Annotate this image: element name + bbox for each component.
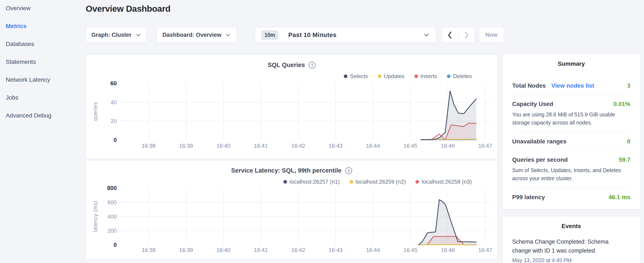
chevron-down-icon <box>136 34 141 37</box>
x-axis-tick: 16:38 <box>134 143 164 149</box>
summary-row-label: P99 latency <box>512 194 545 201</box>
x-axis-tick: 16:38 <box>134 247 164 253</box>
time-window-badge: 10m <box>262 30 278 40</box>
sql-queries-chart-card: SQL Queries i SelectsUpdatesInsertsDelet… <box>86 55 498 159</box>
summary-title: Summary <box>502 54 640 67</box>
series-area-selects <box>421 91 476 140</box>
dashboard-dropdown[interactable]: Dashboard: Overview <box>157 27 236 43</box>
summary-row-head: P99 latency46.1 ms <box>512 194 630 201</box>
summary-panel: Summary Total NodesView nodes list3Capac… <box>502 54 640 209</box>
y-axis-label: queries <box>92 80 98 143</box>
summary-row-queries-per-second: Queries per second59.7Sum of Selects, Up… <box>512 151 630 188</box>
dashboard-dropdown-label: Dashboard: Overview <box>162 32 222 38</box>
chevron-down-icon <box>226 34 231 37</box>
summary-row-value: 0 <box>627 138 630 145</box>
x-axis-tick: 16:39 <box>171 143 201 149</box>
cockroachdb-metrics-page: OverviewMetricsDatabasesStatementsNetwor… <box>0 0 644 263</box>
sidebar-item-statements[interactable]: Statements <box>6 59 78 65</box>
x-axis-tick: 16:47 <box>470 143 500 149</box>
summary-row-label: Queries per second <box>512 156 568 163</box>
sql-queries-plot[interactable] <box>120 83 492 140</box>
page-title: Overview Dashboard <box>86 4 170 14</box>
summary-row-p99-latency: P99 latency46.1 ms <box>512 188 630 206</box>
chevron-left-icon <box>447 31 453 39</box>
summary-row-value: 46.1 ms <box>608 194 630 201</box>
summary-row-description: Sum of Selects, Updates, Inserts, and De… <box>512 166 628 182</box>
summary-row-value: 59.7 <box>619 156 630 163</box>
events-panel: Events Schema Change Completed: Schema c… <box>502 216 640 263</box>
x-axis-tick: 16:40 <box>208 143 238 149</box>
x-axis-tick: 16:41 <box>246 143 276 149</box>
time-window-selector[interactable]: 10m Past 10 Minutes <box>255 27 436 43</box>
summary-row-head: Total NodesView nodes list3 <box>512 82 630 89</box>
x-axis-tick: 16:44 <box>358 247 388 253</box>
events-title: Events <box>502 216 640 229</box>
x-axis-tick: 16:45 <box>396 247 425 253</box>
x-axis-tick: 16:47 <box>470 247 500 253</box>
time-back-button[interactable] <box>442 28 458 43</box>
summary-row-label: Unavailable ranges <box>512 138 566 145</box>
now-button[interactable]: Now <box>479 27 504 43</box>
service-latency-plot[interactable] <box>120 188 492 245</box>
chevron-right-icon <box>464 31 470 39</box>
x-axis-tick: 16:43 <box>321 247 350 253</box>
x-axis-tick: 16:42 <box>284 247 313 253</box>
summary-row-label: Capacity Used <box>512 101 553 107</box>
time-forward-button[interactable] <box>458 28 475 43</box>
x-axis-tick: 16:45 <box>396 143 425 149</box>
chart-plot-area: 020406016:3816:3916:4016:4116:4216:4316:… <box>86 55 497 158</box>
summary-row-description: You are using 28.6 MiB of 515.9 GiB usab… <box>512 110 628 127</box>
x-axis-tick: 16:40 <box>208 247 238 253</box>
summary-row-unavailable-ranges: Unavailable ranges0 <box>512 132 630 151</box>
service-latency-chart-card: Service Latency: SQL, 99th percentile i … <box>86 160 498 259</box>
controls-divider <box>246 27 246 43</box>
sidebar-nav: OverviewMetricsDatabasesStatementsNetwor… <box>6 5 78 119</box>
summary-row-head: Capacity Used0.01% <box>512 101 630 107</box>
sidebar-item-overview[interactable]: Overview <box>6 5 78 12</box>
view-nodes-link[interactable]: View nodes list <box>551 82 594 89</box>
summary-row-capacity-used: Capacity Used0.01%You are using 28.6 MiB… <box>512 95 630 132</box>
series-area-localhost-26257-n1 <box>419 200 476 245</box>
summary-row-head: Queries per second59.7 <box>512 156 630 163</box>
event-item: Schema Change Completed: Schema change w… <box>502 229 640 263</box>
summary-row-total-nodes: Total NodesView nodes list3 <box>512 77 630 95</box>
chevron-down-icon <box>424 33 429 37</box>
x-axis-tick: 16:41 <box>246 247 276 253</box>
time-window-label: Past 10 Minutes <box>288 32 420 39</box>
summary-row-value: 0.01% <box>614 101 630 107</box>
x-axis-tick: 16:42 <box>284 143 313 149</box>
x-axis-tick: 16:46 <box>433 143 463 149</box>
x-axis-tick: 16:46 <box>433 247 463 253</box>
y-axis-label: latency (ms) <box>92 184 98 248</box>
sidebar-item-advanced-debug[interactable]: Advanced Debug <box>6 112 78 119</box>
sidebar-item-network-latency[interactable]: Network Latency <box>6 76 78 83</box>
x-axis-tick: 16:44 <box>358 143 388 149</box>
summary-rows: Total NodesView nodes list3Capacity Used… <box>502 77 640 206</box>
graph-dropdown-label: Graph: Cluster <box>91 32 132 38</box>
summary-row-label: Total Nodes <box>512 82 546 89</box>
event-timestamp: May 13, 2020 at 4:45 PM <box>512 257 630 263</box>
x-axis-tick: 16:43 <box>321 143 350 149</box>
summary-row-value: 3 <box>627 82 630 89</box>
sidebar-item-databases[interactable]: Databases <box>6 41 78 48</box>
x-axis-tick: 16:39 <box>171 247 201 253</box>
chart-plot-area: 020040060080016:3816:3916:4016:4116:4216… <box>86 161 497 259</box>
sidebar-item-jobs[interactable]: Jobs <box>6 94 78 101</box>
time-pager <box>442 27 475 43</box>
sidebar-item-metrics[interactable]: Metrics <box>6 23 78 30</box>
event-message: Schema Change Completed: Schema change w… <box>512 237 618 255</box>
graph-dropdown[interactable]: Graph: Cluster <box>86 27 146 43</box>
summary-row-head: Unavailable ranges0 <box>512 138 630 145</box>
